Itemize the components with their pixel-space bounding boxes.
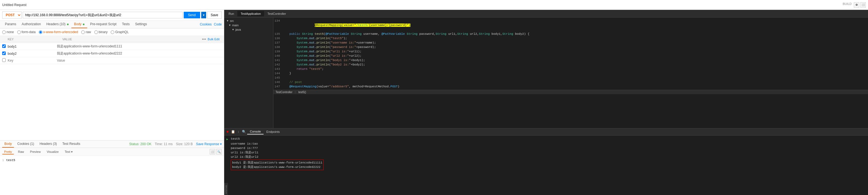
tree-java-label: java <box>236 28 241 31</box>
console-toolbar-icons: ■ 📋 ↕ 🔍 <box>225 130 246 134</box>
tab-headers[interactable]: Headers (10) <box>43 21 71 28</box>
body-dot <box>83 24 85 25</box>
search-icon[interactable]: 🔍 <box>242 130 246 134</box>
console-text-5: url2 is:我是url2 <box>231 155 258 159</box>
structure-sidebar: Structure <box>224 183 228 195</box>
ide-tab-testapp[interactable]: TestApplication <box>237 11 264 17</box>
tree-src[interactable]: ▼ src <box>224 19 273 23</box>
kv-table: KEY VALUE ••• Bulk Edit body1 我是applicat… <box>0 36 224 140</box>
cookies-link[interactable]: Cookies <box>200 23 212 26</box>
tree-java-arrow: ▼ <box>232 28 234 31</box>
view-visualize-btn[interactable]: Visualize <box>45 149 61 154</box>
kv-placeholder-val[interactable] <box>57 59 222 62</box>
save-button[interactable]: Save <box>207 11 222 19</box>
radio-none[interactable]: none <box>2 30 14 34</box>
console-tab[interactable]: Console <box>247 129 264 135</box>
tab-settings[interactable]: Settings <box>132 21 150 28</box>
console-line-5: url2 is:我是url2 <box>226 155 866 159</box>
tab-body[interactable]: Body <box>71 21 88 28</box>
send-arrow-button[interactable]: ▾ <box>201 12 206 18</box>
ide-bottom-panel: ■ 📋 ↕ 🔍 Console Endpoints ► test5 userna… <box>224 128 868 183</box>
resp-icon-search[interactable]: ⬜ <box>210 149 215 155</box>
kv-placeholder-check[interactable] <box>2 58 6 62</box>
view-type-btn[interactable]: Text ▾ <box>63 149 74 155</box>
radio-graphql[interactable]: GraphQL <box>111 30 128 34</box>
bottom-file-tabs: TestController :: test5() <box>273 90 868 94</box>
response-size: Size: 120 B <box>176 142 193 146</box>
settings-icon-btn[interactable]: ⚙ <box>854 2 859 8</box>
kv-row-1-key: body1 <box>8 45 57 49</box>
bulk-edit-btn[interactable]: Bulk Edit <box>208 37 220 41</box>
code-line-142: 142 System.out.println("body2 is:"+body2… <box>273 62 868 67</box>
console-line-boxed: body1 是:我是application/s-www-form-urlenco… <box>226 159 866 171</box>
resp-icon-copy[interactable]: 🔍 <box>216 149 222 155</box>
ide-top-tabs: Run TestApplication TestController <box>224 10 868 18</box>
code-line-136: 136 System.out.println("test5"); <box>273 36 868 40</box>
code-line-146: 146 // post <box>273 80 868 84</box>
radio-urlencoded[interactable]: x-www-form-urlencoded <box>39 30 78 34</box>
radio-raw[interactable]: raw <box>81 30 91 34</box>
view-pretty-btn[interactable]: Pretty <box>2 149 14 155</box>
method-select[interactable]: POST GET <box>2 11 22 19</box>
ide-tab-run[interactable]: Run <box>225 11 237 17</box>
response-tabs: Body Cookies (1) Headers (3) Test Result… <box>0 140 224 148</box>
code-line-141: 141 System.out.println("body1 is:"+body1… <box>273 58 868 62</box>
cookies-code-links: Cookies Code <box>200 23 222 26</box>
window-icon-btn[interactable]: ⬜ <box>860 2 866 8</box>
kv-row-2-check[interactable] <box>2 52 6 55</box>
tab-tests[interactable]: Tests <box>119 21 132 28</box>
resp-tab-testresults[interactable]: Test Results <box>60 140 82 148</box>
highlight-annotation: @RequestMapping(value="/test5/{username}… <box>315 24 410 27</box>
tree-main[interactable]: ▼ main <box>224 23 273 27</box>
code-link[interactable]: Code <box>214 23 222 26</box>
ide-bottom-tabs: ■ 📋 ↕ 🔍 Console Endpoints <box>224 129 868 136</box>
code-line-143: 143 return "test5"; <box>273 67 868 71</box>
stop-icon[interactable]: ■ <box>225 130 230 134</box>
view-preview-btn[interactable]: Preview <box>28 149 43 154</box>
ide-tab-testcontroller[interactable]: TestController <box>264 11 289 17</box>
tab-prerequest[interactable]: Pre-request Script <box>87 21 119 28</box>
console-text-3: password is:777 <box>231 146 258 150</box>
tree-main-arrow: ▼ <box>228 24 231 27</box>
console-line-1: ► test5 <box>226 137 866 142</box>
resp-tab-body[interactable]: Body <box>2 140 14 148</box>
kv-placeholder-key[interactable] <box>8 59 57 62</box>
code-editor: 134 @RequestMapping(value="/test5/{usern… <box>273 18 868 128</box>
structure-label[interactable]: Structure <box>224 184 228 195</box>
response-status: Status: 200 OK Time: 11 ms Size: 120 B S… <box>129 142 222 146</box>
code-lines: 134 @RequestMapping(value="/test5/{usern… <box>273 18 868 90</box>
code-line-144: 144 } <box>273 71 868 76</box>
file-tab-test5[interactable]: test5() <box>298 91 306 94</box>
radio-binary[interactable]: binary <box>94 30 108 34</box>
file-tree: ▼ src ▼ main ▼ java <box>224 18 273 128</box>
ide-body: ▼ src ▼ main ▼ java 134 <box>224 18 868 128</box>
more-options-icon[interactable]: ••• <box>202 37 206 41</box>
endpoints-tab[interactable]: Endpoints <box>264 129 282 134</box>
kv-row-1-value: 我是application/x-www-form-urlencoded1111 <box>57 44 222 49</box>
url-input[interactable] <box>23 12 183 18</box>
resp-tab-headers[interactable]: Headers (3) <box>37 140 59 148</box>
radio-formdata[interactable]: form-data <box>17 30 35 34</box>
body-options: none form-data x-www-form-urlencoded raw… <box>0 28 224 36</box>
kv-header: KEY VALUE ••• Bulk Edit <box>0 36 224 43</box>
save-response-btn[interactable]: Save Response ▾ <box>196 142 222 146</box>
send-button[interactable]: Send <box>184 12 200 18</box>
console-arrow-icon: ► <box>226 137 230 142</box>
kv-row-2-key: body2 <box>8 52 57 56</box>
kv-row-2: body2 我是application/x-www-form-urlencode… <box>0 50 224 57</box>
tree-java[interactable]: ▼ java <box>224 27 273 32</box>
view-raw-btn[interactable]: Raw <box>16 149 26 154</box>
code-line-135: 135 public String test5(@PathVariable St… <box>273 32 868 36</box>
response-time: Time: 11 ms <box>155 142 173 146</box>
resp-tab-cookies[interactable]: Cookies (1) <box>15 140 36 148</box>
response-body: 1 test5 <box>0 156 224 195</box>
sort-icon[interactable]: ↕ <box>236 130 241 134</box>
file-tab-testcontroller[interactable]: TestController <box>276 91 292 94</box>
status-ok: Status: 200 OK <box>129 142 151 146</box>
kv-row-1-check[interactable] <box>2 45 6 48</box>
response-area: Body Cookies (1) Headers (3) Test Result… <box>0 140 224 195</box>
tab-authorization[interactable]: Authorization <box>19 21 43 28</box>
tab-params[interactable]: Params <box>2 21 19 28</box>
doc-icon[interactable]: 📋 <box>231 130 235 134</box>
code-line-140: 140 System.out.println("url2 is:"+url2); <box>273 54 868 58</box>
